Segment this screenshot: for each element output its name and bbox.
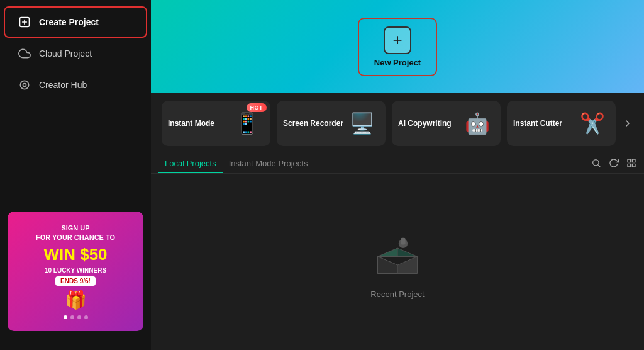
sidebar-item-cloud-label: Cloud Project	[39, 48, 92, 59]
projects-area: Recent Project	[151, 174, 644, 350]
ai-copywriting-image: 🤖	[460, 106, 494, 141]
dot-3	[77, 315, 81, 319]
instant-cutter-image: ✂️	[575, 106, 609, 141]
svg-rect-9	[628, 164, 631, 167]
grid-view-icon[interactable]	[626, 158, 636, 168]
create-project-icon	[18, 15, 31, 29]
tools-row: Instant Mode 📱 HOT Screen Recorder 🖥️ AI…	[151, 93, 644, 151]
svg-line-6	[598, 165, 600, 167]
dot-2	[70, 315, 74, 319]
dot-1	[64, 315, 67, 319]
dot-4	[84, 315, 88, 319]
tab-local-projects[interactable]: Local Projects	[158, 155, 223, 173]
sidebar-item-creator-hub[interactable]: Creator Hub	[5, 71, 146, 99]
svg-rect-7	[628, 159, 631, 162]
svg-rect-8	[632, 159, 635, 162]
main-content: + New Project Instant Mode 📱 HOT Screen …	[151, 0, 644, 350]
cloud-icon	[18, 47, 31, 60]
svg-point-5	[593, 159, 599, 165]
svg-rect-10	[632, 164, 635, 167]
promo-line1: SIGN UP FOR YOUR CHANCE TO	[36, 223, 115, 243]
svg-marker-12	[378, 248, 398, 257]
tab-instant-mode-projects[interactable]: Instant Mode Projects	[223, 155, 314, 173]
sidebar-item-cloud-project[interactable]: Cloud Project	[5, 39, 146, 68]
sidebar-item-create-project[interactable]: Create Project	[5, 8, 146, 37]
empty-state-label: Recent Project	[370, 290, 424, 299]
screen-recorder-label: Screen Recorder	[283, 119, 345, 128]
promo-sub: 10 LUCKY WINNERS	[45, 267, 106, 274]
promo-gift-icon: 🎁	[65, 290, 87, 310]
promo-banner[interactable]: SIGN UP FOR YOUR CHANCE TO WIN $50 10 LU…	[8, 212, 143, 331]
empty-state-icon	[369, 225, 426, 282]
new-project-label: New Project	[374, 58, 421, 67]
hot-badge: HOT	[247, 103, 267, 112]
lightbulb-icon	[18, 78, 31, 92]
tool-card-instant-cutter[interactable]: Instant Cutter ✂️	[507, 101, 616, 146]
svg-point-4	[23, 84, 26, 87]
instant-cutter-label: Instant Cutter	[513, 119, 575, 128]
promo-dots	[64, 315, 88, 319]
tabs-row: Local Projects Instant Mode Projects	[151, 151, 644, 174]
sidebar: Create Project Cloud Project Creator Hub…	[0, 0, 151, 350]
tab-actions	[591, 158, 636, 171]
plus-icon: +	[384, 26, 411, 54]
hero-section: + New Project	[151, 0, 644, 93]
promo-badge: ENDS 9/6!	[55, 276, 96, 286]
screen-recorder-image: 🖥️	[345, 106, 379, 141]
promo-amount: WIN $50	[43, 245, 107, 264]
svg-point-3	[20, 81, 28, 89]
tool-card-ai-copywriting[interactable]: AI Copywriting 🤖	[392, 101, 501, 146]
svg-rect-16	[401, 237, 405, 244]
svg-marker-13	[397, 248, 418, 257]
svg-marker-14	[378, 256, 398, 273]
search-icon[interactable]	[591, 158, 601, 168]
tool-card-instant-mode[interactable]: Instant Mode 📱 HOT	[162, 101, 270, 146]
tool-card-screen-recorder[interactable]: Screen Recorder 🖥️	[277, 101, 386, 146]
tools-chevron-button[interactable]	[619, 101, 636, 146]
sidebar-item-create-project-label: Create Project	[39, 17, 99, 27]
sidebar-item-creator-hub-label: Creator Hub	[39, 80, 87, 90]
ai-copywriting-label: AI Copywriting	[398, 119, 460, 128]
refresh-icon[interactable]	[609, 158, 619, 168]
instant-mode-label: Instant Mode	[168, 119, 230, 128]
new-project-button[interactable]: + New Project	[358, 18, 437, 76]
